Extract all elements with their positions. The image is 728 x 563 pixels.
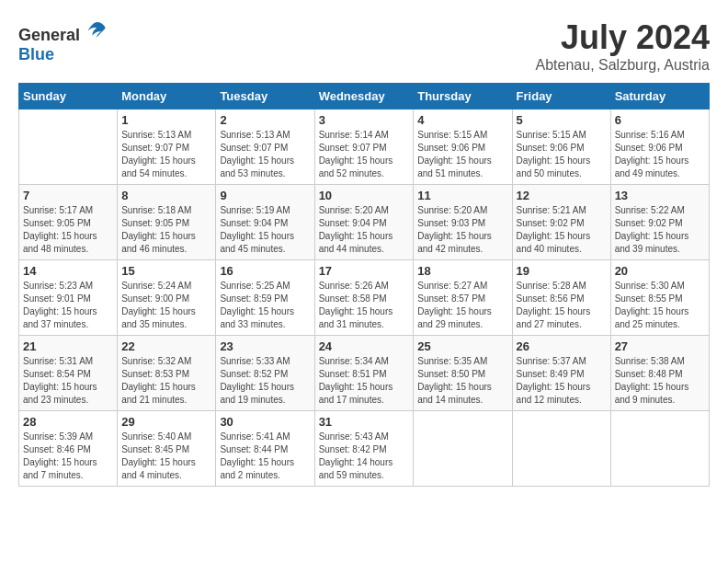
logo-general: General — [18, 26, 80, 44]
logo-bird-icon — [86, 18, 108, 40]
day-info: Sunrise: 5:20 AM Sunset: 9:03 PM Dayligh… — [417, 204, 507, 256]
day-number: 2 — [220, 113, 310, 127]
calendar-cell: 8Sunrise: 5:18 AM Sunset: 9:05 PM Daylig… — [118, 185, 216, 260]
day-info: Sunrise: 5:34 AM Sunset: 8:51 PM Dayligh… — [319, 355, 410, 407]
calendar-cell: 31Sunrise: 5:43 AM Sunset: 8:42 PM Dayli… — [314, 411, 414, 487]
day-number: 24 — [319, 339, 410, 353]
day-number: 23 — [220, 339, 310, 353]
day-number: 12 — [517, 189, 607, 202]
col-header-sunday: Sunday — [19, 84, 118, 109]
day-number: 16 — [220, 264, 310, 278]
col-header-tuesday: Tuesday — [216, 84, 314, 109]
day-number: 27 — [615, 339, 705, 353]
calendar-cell: 25Sunrise: 5:35 AM Sunset: 8:50 PM Dayli… — [414, 336, 512, 411]
day-number: 17 — [319, 264, 410, 278]
day-info: Sunrise: 5:19 AM Sunset: 9:04 PM Dayligh… — [220, 204, 310, 256]
day-number: 22 — [121, 339, 211, 353]
day-number: 18 — [417, 264, 507, 278]
day-number: 6 — [615, 113, 705, 127]
day-info: Sunrise: 5:23 AM Sunset: 9:01 PM Dayligh… — [23, 280, 113, 331]
calendar-cell: 29Sunrise: 5:40 AM Sunset: 8:45 PM Dayli… — [118, 411, 216, 487]
col-header-saturday: Saturday — [610, 84, 709, 109]
week-row-5: 28Sunrise: 5:39 AM Sunset: 8:46 PM Dayli… — [19, 411, 710, 487]
calendar-cell: 27Sunrise: 5:38 AM Sunset: 8:48 PM Dayli… — [610, 336, 709, 411]
week-row-4: 21Sunrise: 5:31 AM Sunset: 8:54 PM Dayli… — [19, 336, 710, 411]
day-info: Sunrise: 5:41 AM Sunset: 8:44 PM Dayligh… — [220, 431, 310, 482]
day-info: Sunrise: 5:35 AM Sunset: 8:50 PM Dayligh… — [417, 355, 507, 407]
day-info: Sunrise: 5:18 AM Sunset: 9:05 PM Dayligh… — [121, 204, 211, 256]
day-info: Sunrise: 5:39 AM Sunset: 8:46 PM Dayligh… — [23, 431, 113, 482]
month-year-title: July 2024 — [536, 18, 710, 57]
day-info: Sunrise: 5:43 AM Sunset: 8:42 PM Dayligh… — [319, 431, 410, 482]
location-subtitle: Abtenau, Salzburg, Austria — [536, 57, 710, 74]
calendar-cell: 12Sunrise: 5:21 AM Sunset: 9:02 PM Dayli… — [512, 185, 610, 260]
calendar-cell: 20Sunrise: 5:30 AM Sunset: 8:55 PM Dayli… — [610, 260, 709, 336]
day-info: Sunrise: 5:21 AM Sunset: 9:02 PM Dayligh… — [517, 204, 607, 256]
day-info: Sunrise: 5:37 AM Sunset: 8:49 PM Dayligh… — [517, 355, 607, 407]
calendar-cell: 4Sunrise: 5:15 AM Sunset: 9:06 PM Daylig… — [414, 109, 512, 185]
day-info: Sunrise: 5:16 AM Sunset: 9:06 PM Dayligh… — [615, 129, 705, 180]
day-info: Sunrise: 5:31 AM Sunset: 8:54 PM Dayligh… — [23, 355, 113, 407]
calendar-cell: 10Sunrise: 5:20 AM Sunset: 9:04 PM Dayli… — [314, 185, 414, 260]
col-header-thursday: Thursday — [414, 84, 512, 109]
calendar-cell: 30Sunrise: 5:41 AM Sunset: 8:44 PM Dayli… — [216, 411, 314, 487]
calendar-cell: 3Sunrise: 5:14 AM Sunset: 9:07 PM Daylig… — [314, 109, 414, 185]
day-info: Sunrise: 5:24 AM Sunset: 9:00 PM Dayligh… — [121, 280, 211, 331]
day-info: Sunrise: 5:30 AM Sunset: 8:55 PM Dayligh… — [615, 280, 705, 331]
day-number: 5 — [517, 113, 607, 127]
day-number: 26 — [517, 339, 607, 353]
calendar-cell: 19Sunrise: 5:28 AM Sunset: 8:56 PM Dayli… — [512, 260, 610, 336]
day-number: 28 — [23, 415, 113, 429]
calendar-cell: 7Sunrise: 5:17 AM Sunset: 9:05 PM Daylig… — [19, 185, 118, 260]
day-info: Sunrise: 5:26 AM Sunset: 8:58 PM Dayligh… — [319, 280, 410, 331]
day-info: Sunrise: 5:25 AM Sunset: 8:59 PM Dayligh… — [220, 280, 310, 331]
day-info: Sunrise: 5:22 AM Sunset: 9:02 PM Dayligh… — [615, 204, 705, 256]
day-number: 20 — [615, 264, 705, 278]
calendar-cell: 13Sunrise: 5:22 AM Sunset: 9:02 PM Dayli… — [610, 185, 709, 260]
logo-text: General Blue — [18, 18, 108, 64]
calendar-cell — [610, 411, 709, 487]
logo-blue: Blue — [18, 45, 54, 63]
day-number: 1 — [121, 113, 211, 127]
day-number: 25 — [417, 339, 507, 353]
calendar-cell: 6Sunrise: 5:16 AM Sunset: 9:06 PM Daylig… — [610, 109, 709, 185]
day-number: 3 — [319, 113, 410, 127]
day-number: 11 — [417, 189, 507, 202]
calendar-cell: 11Sunrise: 5:20 AM Sunset: 9:03 PM Dayli… — [414, 185, 512, 260]
calendar-cell — [414, 411, 512, 487]
week-row-3: 14Sunrise: 5:23 AM Sunset: 9:01 PM Dayli… — [19, 260, 710, 336]
day-info: Sunrise: 5:15 AM Sunset: 9:06 PM Dayligh… — [417, 129, 507, 180]
calendar-cell: 1Sunrise: 5:13 AM Sunset: 9:07 PM Daylig… — [118, 109, 216, 185]
calendar-cell: 26Sunrise: 5:37 AM Sunset: 8:49 PM Dayli… — [512, 336, 610, 411]
page-header: General Blue July 2024 Abtenau, Salzburg… — [18, 18, 710, 74]
day-info: Sunrise: 5:27 AM Sunset: 8:57 PM Dayligh… — [417, 280, 507, 331]
day-number: 21 — [23, 339, 113, 353]
calendar-cell: 21Sunrise: 5:31 AM Sunset: 8:54 PM Dayli… — [19, 336, 118, 411]
calendar-table: SundayMondayTuesdayWednesdayThursdayFrid… — [18, 83, 710, 487]
col-header-monday: Monday — [118, 84, 216, 109]
day-number: 10 — [319, 189, 410, 202]
calendar-cell: 9Sunrise: 5:19 AM Sunset: 9:04 PM Daylig… — [216, 185, 314, 260]
day-number: 19 — [517, 264, 607, 278]
day-number: 7 — [23, 189, 113, 202]
day-number: 4 — [417, 113, 507, 127]
day-info: Sunrise: 5:38 AM Sunset: 8:48 PM Dayligh… — [615, 355, 705, 407]
day-number: 29 — [121, 415, 211, 429]
day-number: 31 — [319, 415, 410, 429]
day-info: Sunrise: 5:13 AM Sunset: 9:07 PM Dayligh… — [220, 129, 310, 180]
day-info: Sunrise: 5:33 AM Sunset: 8:52 PM Dayligh… — [220, 355, 310, 407]
day-info: Sunrise: 5:20 AM Sunset: 9:04 PM Dayligh… — [319, 204, 410, 256]
day-number: 14 — [23, 264, 113, 278]
calendar-cell: 22Sunrise: 5:32 AM Sunset: 8:53 PM Dayli… — [118, 336, 216, 411]
day-info: Sunrise: 5:15 AM Sunset: 9:06 PM Dayligh… — [517, 129, 607, 180]
logo: General Blue — [18, 18, 108, 64]
day-number: 8 — [121, 189, 211, 202]
title-block: July 2024 Abtenau, Salzburg, Austria — [536, 18, 710, 74]
calendar-cell: 28Sunrise: 5:39 AM Sunset: 8:46 PM Dayli… — [19, 411, 118, 487]
calendar-cell — [19, 109, 118, 185]
week-row-1: 1Sunrise: 5:13 AM Sunset: 9:07 PM Daylig… — [19, 109, 710, 185]
day-number: 15 — [121, 264, 211, 278]
col-header-wednesday: Wednesday — [314, 84, 414, 109]
calendar-cell — [512, 411, 610, 487]
calendar-cell: 5Sunrise: 5:15 AM Sunset: 9:06 PM Daylig… — [512, 109, 610, 185]
